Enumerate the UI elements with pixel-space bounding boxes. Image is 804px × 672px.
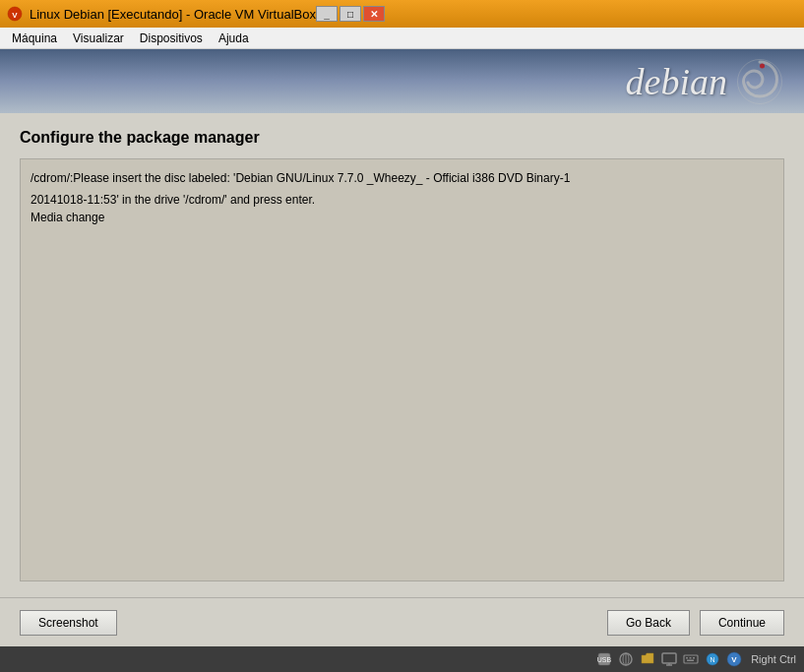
menu-maquina[interactable]: Máquina	[4, 30, 65, 47]
shared-folders-icon	[639, 650, 656, 668]
svg-text:N: N	[711, 656, 715, 663]
message-line2: 20141018-11:53' in the drive '/cdrom/' a…	[31, 191, 773, 209]
svg-text:V: V	[12, 11, 18, 20]
window-controls: _ □ ✕	[316, 6, 385, 22]
svg-text:V: V	[731, 655, 737, 664]
menu-dispositivos[interactable]: Dispositivos	[132, 30, 211, 47]
restore-button[interactable]: □	[340, 6, 361, 22]
virtualbox-icon: V	[6, 5, 24, 23]
debian-swirl-icon	[735, 57, 784, 106]
network-status-icon: N	[704, 650, 721, 668]
right-ctrl-label: Right Ctrl	[751, 653, 796, 665]
menu-bar: Máquina Visualizar Dispositivos Ajuda	[0, 28, 804, 49]
svg-text:USB: USB	[597, 656, 612, 663]
message-line3: Media change	[31, 209, 773, 226]
nav-buttons: Go Back Continue	[607, 610, 784, 636]
menu-visualizar[interactable]: Visualizar	[65, 30, 132, 47]
go-back-button[interactable]: Go Back	[607, 610, 690, 636]
svg-rect-12	[684, 655, 698, 663]
vm-screen: debian Configure the package manager /cd…	[0, 49, 804, 646]
window-title: Linux Debian [Executando] - Oracle VM Vi…	[30, 7, 316, 22]
svg-rect-9	[662, 653, 676, 663]
message-box: /cdrom/:Please insert the disc labeled: …	[20, 158, 784, 581]
svg-rect-16	[687, 660, 694, 662]
bottom-bar: Screenshot Go Back Continue	[0, 597, 804, 646]
screenshot-button[interactable]: Screenshot	[20, 610, 117, 636]
message-line1: /cdrom/:Please insert the disc labeled: …	[31, 169, 773, 187]
minimize-button[interactable]: _	[316, 6, 338, 22]
status-bar: USB N	[0, 646, 804, 672]
svg-rect-13	[686, 657, 688, 659]
guest-additions-icon: V	[725, 650, 743, 668]
svg-rect-14	[690, 657, 692, 659]
display-icon	[660, 650, 678, 668]
installer-title: Configure the package manager	[20, 129, 784, 147]
installer-content: Configure the package manager /cdrom/:Pl…	[0, 113, 804, 597]
continue-button[interactable]: Continue	[700, 610, 784, 636]
close-button[interactable]: ✕	[363, 6, 385, 22]
usb-icon: USB	[595, 650, 613, 668]
debian-logo: debian	[626, 60, 727, 103]
debian-banner: debian	[0, 49, 804, 113]
keyboard-icon	[682, 650, 700, 668]
title-bar: V Linux Debian [Executando] - Oracle VM …	[0, 0, 804, 28]
svg-rect-15	[693, 657, 695, 659]
menu-ajuda[interactable]: Ajuda	[211, 30, 257, 47]
network-icon	[617, 650, 635, 668]
svg-point-3	[760, 63, 765, 68]
